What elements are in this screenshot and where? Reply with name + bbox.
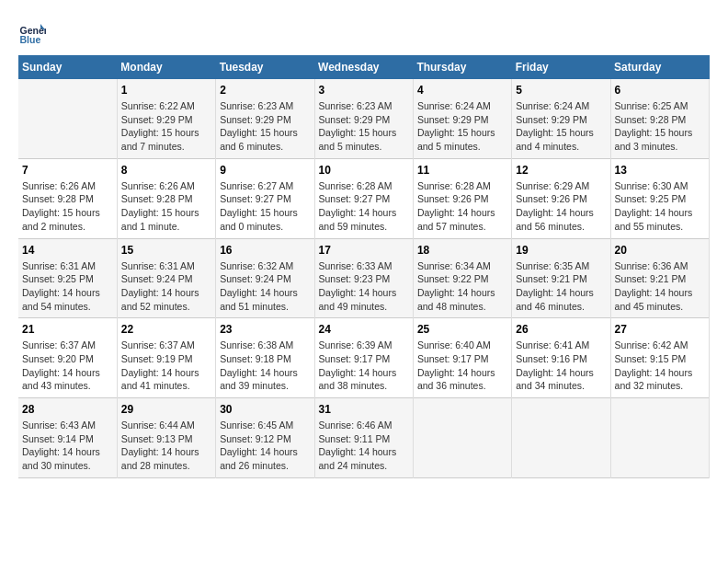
calendar-cell [610,398,709,478]
day-number: 28 [22,403,113,416]
day-info: Sunrise: 6:31 AM Sunset: 9:25 PM Dayligh… [22,259,113,314]
day-info: Sunrise: 6:46 AM Sunset: 9:11 PM Dayligh… [319,419,409,473]
day-info: Sunrise: 6:23 AM Sunset: 9:29 PM Dayligh… [319,99,409,154]
calendar-cell: 19Sunrise: 6:35 AM Sunset: 9:21 PM Dayli… [512,238,610,318]
day-number: 12 [516,164,606,177]
calendar-cell: 1Sunrise: 6:22 AM Sunset: 9:29 PM Daylig… [117,79,215,158]
calendar-cell: 27Sunrise: 6:42 AM Sunset: 9:15 PM Dayli… [610,318,709,398]
day-number: 9 [220,164,310,177]
day-info: Sunrise: 6:37 AM Sunset: 9:20 PM Dayligh… [22,339,113,393]
calendar-cell: 10Sunrise: 6:28 AM Sunset: 9:27 PM Dayli… [314,158,413,238]
calendar-cell: 11Sunrise: 6:28 AM Sunset: 9:26 PM Dayli… [413,158,511,238]
calendar-header-row: SundayMondayTuesdayWednesdayThursdayFrid… [18,55,710,79]
calendar-cell: 25Sunrise: 6:40 AM Sunset: 9:17 PM Dayli… [413,318,511,398]
calendar-cell: 15Sunrise: 6:31 AM Sunset: 9:24 PM Dayli… [117,238,215,318]
day-info: Sunrise: 6:31 AM Sunset: 9:24 PM Dayligh… [121,259,211,314]
day-number: 6 [615,84,705,97]
day-number: 21 [22,323,113,336]
day-info: Sunrise: 6:27 AM Sunset: 9:27 PM Dayligh… [220,179,310,234]
day-info: Sunrise: 6:36 AM Sunset: 9:21 PM Dayligh… [615,259,705,314]
day-info: Sunrise: 6:26 AM Sunset: 9:28 PM Dayligh… [121,179,211,234]
day-info: Sunrise: 6:43 AM Sunset: 9:14 PM Dayligh… [22,419,113,473]
calendar-body: 1Sunrise: 6:22 AM Sunset: 9:29 PM Daylig… [18,79,710,477]
calendar-cell: 24Sunrise: 6:39 AM Sunset: 9:17 PM Dayli… [314,318,413,398]
calendar-cell: 29Sunrise: 6:44 AM Sunset: 9:13 PM Dayli… [117,398,215,478]
day-info: Sunrise: 6:39 AM Sunset: 9:17 PM Dayligh… [319,339,409,393]
logo-icon: General Blue [18,18,46,46]
day-number: 10 [319,164,409,177]
day-info: Sunrise: 6:24 AM Sunset: 9:29 PM Dayligh… [516,99,606,154]
calendar-cell: 28Sunrise: 6:43 AM Sunset: 9:14 PM Dayli… [18,398,117,478]
day-number: 8 [121,164,211,177]
day-info: Sunrise: 6:25 AM Sunset: 9:28 PM Dayligh… [615,99,705,154]
header-day-monday: Monday [117,55,215,79]
calendar-cell: 23Sunrise: 6:38 AM Sunset: 9:18 PM Dayli… [216,318,314,398]
day-number: 30 [220,403,310,416]
day-number: 20 [615,244,705,257]
calendar-cell [18,79,117,158]
day-number: 7 [22,164,113,177]
calendar-cell: 8Sunrise: 6:26 AM Sunset: 9:28 PM Daylig… [117,158,215,238]
calendar-cell: 6Sunrise: 6:25 AM Sunset: 9:28 PM Daylig… [610,79,709,158]
day-number: 24 [319,323,409,336]
calendar-cell [512,398,610,478]
day-number: 5 [516,84,606,97]
calendar-cell: 2Sunrise: 6:23 AM Sunset: 9:29 PM Daylig… [216,79,314,158]
day-info: Sunrise: 6:26 AM Sunset: 9:28 PM Dayligh… [22,179,113,234]
header-day-tuesday: Tuesday [216,55,314,79]
day-number: 23 [220,323,310,336]
calendar-cell: 7Sunrise: 6:26 AM Sunset: 9:28 PM Daylig… [18,158,117,238]
calendar-cell [413,398,511,478]
calendar-cell: 22Sunrise: 6:37 AM Sunset: 9:19 PM Dayli… [117,318,215,398]
header-day-thursday: Thursday [413,55,511,79]
day-info: Sunrise: 6:41 AM Sunset: 9:16 PM Dayligh… [516,339,606,393]
day-info: Sunrise: 6:30 AM Sunset: 9:25 PM Dayligh… [615,179,705,234]
day-number: 14 [22,244,113,257]
day-number: 25 [417,323,507,336]
calendar-cell: 31Sunrise: 6:46 AM Sunset: 9:11 PM Dayli… [314,398,413,478]
calendar-cell: 21Sunrise: 6:37 AM Sunset: 9:20 PM Dayli… [18,318,117,398]
day-info: Sunrise: 6:24 AM Sunset: 9:29 PM Dayligh… [417,99,507,154]
day-number: 11 [417,164,507,177]
day-number: 3 [319,84,409,97]
day-number: 13 [615,164,705,177]
day-number: 22 [121,323,211,336]
calendar-cell: 3Sunrise: 6:23 AM Sunset: 9:29 PM Daylig… [314,79,413,158]
calendar-cell: 9Sunrise: 6:27 AM Sunset: 9:27 PM Daylig… [216,158,314,238]
day-info: Sunrise: 6:35 AM Sunset: 9:21 PM Dayligh… [516,259,606,314]
day-info: Sunrise: 6:32 AM Sunset: 9:24 PM Dayligh… [220,259,310,314]
header-day-saturday: Saturday [610,55,709,79]
day-number: 27 [615,323,705,336]
calendar-week-1: 1Sunrise: 6:22 AM Sunset: 9:29 PM Daylig… [18,79,710,158]
day-info: Sunrise: 6:33 AM Sunset: 9:23 PM Dayligh… [319,259,409,314]
day-number: 26 [516,323,606,336]
day-number: 31 [319,403,409,416]
day-info: Sunrise: 6:38 AM Sunset: 9:18 PM Dayligh… [220,339,310,393]
calendar-cell: 14Sunrise: 6:31 AM Sunset: 9:25 PM Dayli… [18,238,117,318]
day-info: Sunrise: 6:22 AM Sunset: 9:29 PM Dayligh… [121,99,211,154]
day-number: 16 [220,244,310,257]
day-number: 15 [121,244,211,257]
day-info: Sunrise: 6:44 AM Sunset: 9:13 PM Dayligh… [121,419,211,473]
day-number: 4 [417,84,507,97]
day-info: Sunrise: 6:45 AM Sunset: 9:12 PM Dayligh… [220,419,310,473]
day-number: 2 [220,84,310,97]
day-number: 17 [319,244,409,257]
calendar-week-3: 14Sunrise: 6:31 AM Sunset: 9:25 PM Dayli… [18,238,710,318]
calendar-cell: 20Sunrise: 6:36 AM Sunset: 9:21 PM Dayli… [610,238,709,318]
calendar-week-5: 28Sunrise: 6:43 AM Sunset: 9:14 PM Dayli… [18,398,710,478]
day-info: Sunrise: 6:40 AM Sunset: 9:17 PM Dayligh… [417,339,507,393]
day-info: Sunrise: 6:34 AM Sunset: 9:22 PM Dayligh… [417,259,507,314]
svg-text:Blue: Blue [20,34,41,45]
day-info: Sunrise: 6:28 AM Sunset: 9:27 PM Dayligh… [319,179,409,234]
calendar-cell: 12Sunrise: 6:29 AM Sunset: 9:26 PM Dayli… [512,158,610,238]
calendar-table: SundayMondayTuesdayWednesdayThursdayFrid… [18,55,710,478]
calendar-cell: 18Sunrise: 6:34 AM Sunset: 9:22 PM Dayli… [413,238,511,318]
calendar-cell: 26Sunrise: 6:41 AM Sunset: 9:16 PM Dayli… [512,318,610,398]
day-number: 18 [417,244,507,257]
calendar-cell: 4Sunrise: 6:24 AM Sunset: 9:29 PM Daylig… [413,79,511,158]
header-day-sunday: Sunday [18,55,117,79]
day-number: 19 [516,244,606,257]
calendar-cell: 30Sunrise: 6:45 AM Sunset: 9:12 PM Dayli… [216,398,314,478]
calendar-cell: 17Sunrise: 6:33 AM Sunset: 9:23 PM Dayli… [314,238,413,318]
